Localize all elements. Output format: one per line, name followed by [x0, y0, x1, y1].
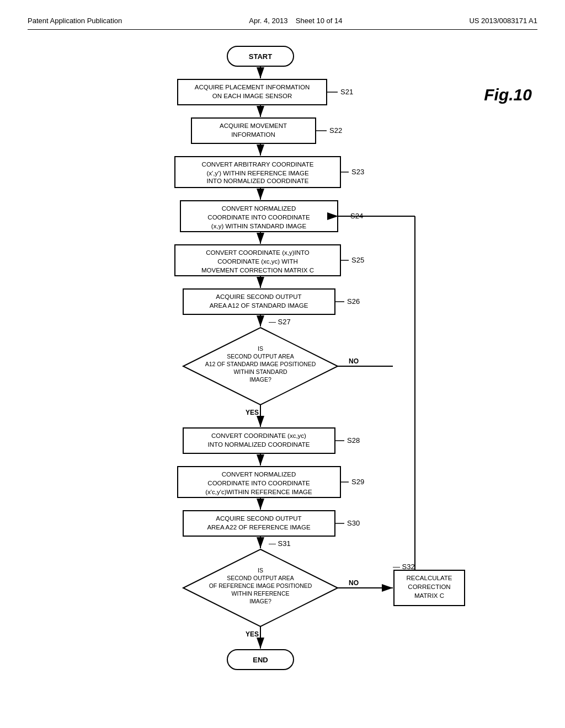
svg-text:IMAGE?: IMAGE?: [249, 376, 271, 383]
svg-text:ACQUIRE SECOND OUTPUT: ACQUIRE SECOND OUTPUT: [216, 515, 301, 522]
svg-text:IS: IS: [258, 345, 263, 352]
svg-text:AREA A12 OF STANDARD IMAGE: AREA A12 OF STANDARD IMAGE: [210, 302, 308, 309]
svg-text:S29: S29: [351, 478, 364, 486]
svg-text:(x',y') WITHIN REFERENCE IMAGE: (x',y') WITHIN REFERENCE IMAGE: [206, 170, 309, 176]
svg-text:S25: S25: [351, 256, 364, 264]
flowchart-container: START ACQUIRE PLACEMENT INFORMATION ON E…: [95, 41, 470, 694]
svg-text:END: END: [253, 656, 268, 664]
svg-text:S23: S23: [351, 168, 364, 176]
svg-rect-5: [178, 79, 327, 105]
svg-text:MATRIX C: MATRIX C: [414, 592, 444, 599]
svg-text:CONVERT COORDINATE (x,y)INTO: CONVERT COORDINATE (x,y)INTO: [206, 249, 310, 256]
svg-text:RECALCULATE: RECALCULATE: [407, 575, 452, 581]
svg-rect-70: [183, 511, 335, 536]
svg-text:MOVEMENT CORRECTION MATRIX C: MOVEMENT CORRECTION MATRIX C: [201, 267, 314, 274]
svg-text:YES: YES: [246, 409, 259, 416]
svg-rect-11: [191, 118, 316, 143]
svg-text:OF REFERENCE IMAGE POSITIONED: OF REFERENCE IMAGE POSITIONED: [209, 582, 312, 589]
svg-text:ACQUIRE PLACEMENT INFORMATION: ACQUIRE PLACEMENT INFORMATION: [195, 84, 310, 90]
svg-rect-57: [183, 428, 335, 453]
svg-text:COORDINATE (xc,yc) WITH: COORDINATE (xc,yc) WITH: [217, 258, 297, 265]
svg-text:INTO NORMALIZED COORDINATE: INTO NORMALIZED COORDINATE: [208, 441, 310, 448]
svg-text:A12 OF STANDARD IMAGE POSITION: A12 OF STANDARD IMAGE POSITIONED: [205, 361, 316, 367]
svg-text:YES: YES: [246, 630, 259, 638]
svg-text:ACQUIRE SECOND OUTPUT: ACQUIRE SECOND OUTPUT: [216, 293, 301, 300]
svg-text:COORDINATE INTO COORDINATE: COORDINATE INTO COORDINATE: [207, 214, 310, 221]
svg-text:— S27: — S27: [269, 318, 291, 326]
header: Patent Application Publication Apr. 4, 2…: [28, 17, 537, 30]
svg-text:IMAGE?: IMAGE?: [249, 598, 271, 604]
header-publication: Patent Application Publication: [28, 17, 122, 25]
svg-text:CONVERT NORMALIZED: CONVERT NORMALIZED: [222, 471, 296, 478]
svg-text:S30: S30: [347, 519, 360, 527]
svg-text:INTO NORMALIZED COORDINATE: INTO NORMALIZED COORDINATE: [207, 178, 309, 184]
svg-text:IS: IS: [258, 567, 263, 574]
page: Patent Application Publication Apr. 4, 2…: [0, 0, 565, 728]
svg-text:AREA A22 OF REFERENCE IMAGE: AREA A22 OF REFERENCE IMAGE: [207, 524, 311, 531]
fig-label: Fig.10: [484, 85, 532, 104]
svg-text:— S32: — S32: [393, 563, 415, 571]
flowchart-svg: START ACQUIRE PLACEMENT INFORMATION ON E…: [95, 41, 470, 692]
svg-text:S21: S21: [340, 88, 353, 96]
header-date-sheet: Apr. 4, 2013 Sheet 10 of 14: [249, 17, 342, 25]
svg-text:START: START: [249, 52, 272, 61]
svg-text:(x'c,y'c)WITHIN REFERENCE IMAG: (x'c,y'c)WITHIN REFERENCE IMAGE: [205, 489, 312, 495]
svg-text:ACQUIRE MOVEMENT: ACQUIRE MOVEMENT: [220, 122, 287, 129]
svg-text:CONVERT COORDINATE (xc,yc): CONVERT COORDINATE (xc,yc): [211, 432, 306, 439]
svg-text:S28: S28: [347, 436, 360, 445]
svg-text:CORRECTION: CORRECTION: [408, 584, 450, 590]
svg-text:CONVERT ARBITRARY COORDINATE: CONVERT ARBITRARY COORDINATE: [202, 161, 314, 168]
svg-text:S22: S22: [329, 126, 342, 135]
header-date: Apr. 4, 2013: [249, 17, 287, 25]
svg-text:WITHIN STANDARD: WITHIN STANDARD: [233, 368, 287, 375]
svg-text:S26: S26: [347, 297, 360, 306]
svg-text:WITHIN REFERENCE: WITHIN REFERENCE: [232, 590, 290, 597]
svg-text:SECOND OUTPUT AREA: SECOND OUTPUT AREA: [227, 575, 294, 581]
svg-text:— S31: — S31: [269, 539, 291, 548]
svg-text:COORDINATE INTO COORDINATE: COORDINATE INTO COORDINATE: [207, 480, 310, 486]
svg-text:(x,y) WITHIN STANDARD IMAGE: (x,y) WITHIN STANDARD IMAGE: [211, 223, 307, 229]
svg-text:CONVERT NORMALIZED: CONVERT NORMALIZED: [222, 205, 296, 212]
svg-text:ON EACH IMAGE SENSOR: ON EACH IMAGE SENSOR: [212, 93, 292, 99]
svg-text:NO: NO: [349, 357, 359, 365]
svg-text:INFORMATION: INFORMATION: [231, 131, 275, 138]
header-patent-number: US 2013/0083171 A1: [469, 17, 537, 25]
svg-rect-39: [183, 289, 335, 314]
svg-text:SECOND OUTPUT AREA: SECOND OUTPUT AREA: [227, 353, 294, 360]
svg-text:NO: NO: [349, 579, 359, 587]
header-sheet: Sheet 10 of 14: [296, 17, 343, 25]
